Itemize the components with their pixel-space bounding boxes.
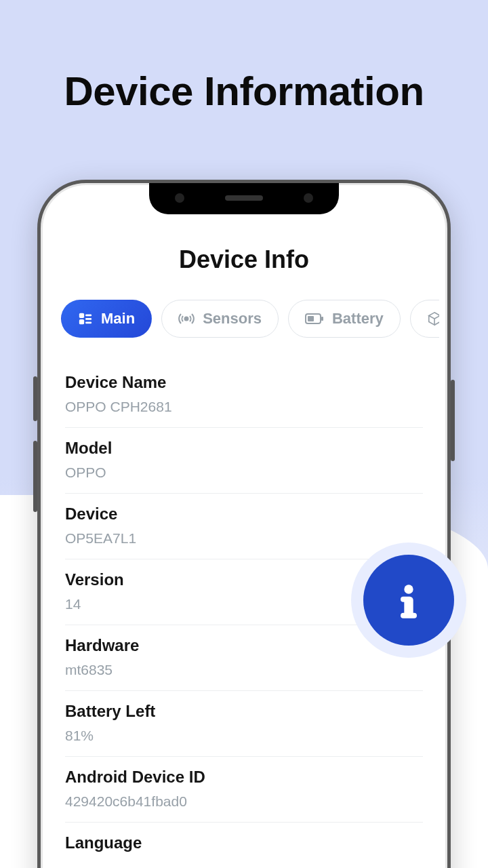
page-title: Device Information bbox=[0, 0, 488, 115]
row-label: Device Name bbox=[65, 373, 423, 392]
svg-point-9 bbox=[404, 585, 413, 593]
list-item: Device Name OPPO CPH2681 bbox=[65, 362, 423, 428]
tab-label: Battery bbox=[332, 310, 384, 328]
info-icon bbox=[363, 555, 454, 646]
svg-rect-12 bbox=[401, 613, 417, 618]
row-label: Language bbox=[65, 833, 423, 852]
svg-rect-3 bbox=[85, 318, 92, 320]
row-value: OP5EA7L1 bbox=[65, 530, 423, 547]
camera-dot bbox=[304, 193, 313, 203]
phone-side-button bbox=[451, 380, 455, 461]
app-title: Device Info bbox=[49, 245, 439, 274]
svg-rect-1 bbox=[79, 319, 84, 324]
row-value: 429420c6b41fbad0 bbox=[65, 793, 423, 810]
phone-screen: Device Info Main bbox=[49, 191, 439, 868]
tab-main[interactable]: Main bbox=[61, 300, 152, 338]
svg-point-5 bbox=[185, 317, 188, 321]
svg-rect-2 bbox=[85, 315, 92, 317]
row-value: OPPO CPH2681 bbox=[65, 399, 423, 415]
row-label: Model bbox=[65, 439, 423, 458]
row-label: Device bbox=[65, 505, 423, 524]
svg-rect-11 bbox=[401, 597, 409, 602]
phone-side-button bbox=[33, 376, 37, 421]
grid-icon bbox=[78, 311, 93, 326]
list-item: Battery Left 81% bbox=[65, 691, 423, 757]
info-fab[interactable] bbox=[351, 542, 466, 658]
row-value: mt6835 bbox=[65, 662, 423, 678]
camera-dot bbox=[175, 193, 184, 203]
svg-rect-8 bbox=[321, 317, 323, 321]
row-value: 81% bbox=[65, 728, 423, 744]
sensor-icon bbox=[178, 311, 195, 327]
list-item: Language bbox=[65, 823, 423, 868]
row-value: OPPO bbox=[65, 465, 423, 481]
tab-bar: Main Sensors bbox=[49, 300, 439, 338]
phone-frame: Device Info Main bbox=[37, 180, 451, 868]
battery-icon bbox=[305, 313, 324, 325]
tab-more[interactable]: M bbox=[410, 300, 439, 338]
cube-icon bbox=[427, 311, 439, 326]
svg-rect-7 bbox=[308, 316, 314, 321]
list-item: Android Device ID 429420c6b41fbad0 bbox=[65, 757, 423, 823]
phone-side-button bbox=[33, 441, 37, 512]
tab-label: Main bbox=[101, 310, 135, 328]
tab-sensors[interactable]: Sensors bbox=[161, 300, 279, 338]
row-label: Android Device ID bbox=[65, 768, 423, 787]
list-item: Model OPPO bbox=[65, 428, 423, 494]
svg-rect-4 bbox=[85, 322, 92, 324]
phone-notch bbox=[149, 182, 339, 214]
list-item: Device OP5EA7L1 bbox=[65, 494, 423, 559]
tab-label: Sensors bbox=[203, 310, 262, 328]
row-label: Battery Left bbox=[65, 702, 423, 721]
svg-rect-0 bbox=[79, 313, 84, 318]
speaker-grill bbox=[225, 195, 263, 201]
tab-battery[interactable]: Battery bbox=[288, 300, 401, 338]
